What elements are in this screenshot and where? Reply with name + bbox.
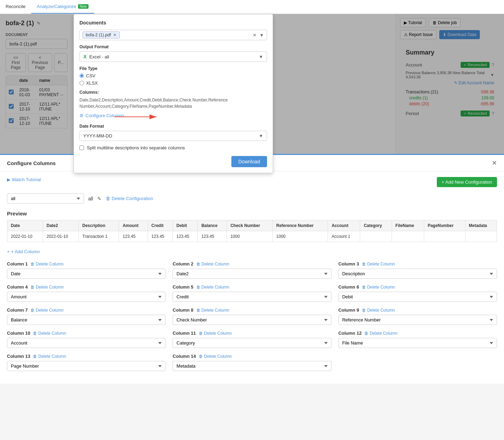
column-7-select[interactable]: Balance — [7, 315, 166, 325]
column-11-select[interactable]: Category — [173, 338, 331, 348]
column-7-delete[interactable]: 🗑 Delete Column — [30, 308, 63, 313]
column-9-delete[interactable]: 🗑 Delete Column — [362, 308, 395, 313]
column-4-item: Column 4 🗑 Delete Column Amount — [7, 284, 166, 302]
configuration-select[interactable]: all — [7, 193, 84, 204]
column-2-item: Column 2 🗑 Delete Column Date2 — [173, 261, 331, 279]
configure-columns-title: Configure Columns — [7, 160, 56, 166]
trash-icon-col2: 🗑 — [196, 262, 201, 267]
close-configure-button[interactable]: ✕ — [492, 159, 497, 167]
new-badge: New — [78, 4, 89, 9]
trash-icon-col6: 🗑 — [362, 285, 366, 290]
preview-col-reference-number: Reference Number — [273, 220, 328, 231]
clear-docs-icon[interactable]: ✕ — [253, 33, 257, 38]
column-9-select[interactable]: Reference Number — [338, 315, 497, 325]
column-10-delete[interactable]: 🗑 Delete Column — [33, 331, 66, 336]
preview-col-check-number: Check Number — [227, 220, 273, 231]
preview-col-debit: Debit — [173, 220, 198, 231]
tab-reconcile[interactable]: Reconcile — [0, 0, 31, 14]
column-14-select[interactable]: Metadata — [173, 361, 331, 371]
column-8-label: Column 8 — [173, 307, 193, 313]
preview-col-description: Description — [79, 220, 119, 231]
trash-icon-col4: 🗑 — [30, 285, 35, 290]
column-8-select[interactable]: Check Number — [173, 315, 331, 325]
column-13-item: Column 13 🗑 Delete Column Page Number — [7, 354, 166, 371]
column-12-select[interactable]: File Name — [338, 338, 497, 348]
trash-icon-col10: 🗑 — [33, 331, 37, 336]
column-8-delete[interactable]: 🗑 Delete Column — [196, 308, 229, 313]
column-2-delete[interactable]: 🗑 Delete Column — [196, 262, 229, 267]
output-format-chevron: ▼ — [259, 54, 263, 59]
column-6-select[interactable]: Debit — [338, 292, 497, 302]
columns-section: Columns: Date,Date2,Description,Amount,C… — [79, 90, 267, 120]
split-multiline-input[interactable] — [79, 146, 84, 150]
trash-icon-col11: 🗑 — [199, 331, 203, 336]
output-format-select[interactable]: X Excel - all ▼ — [79, 51, 267, 62]
column-11-delete[interactable]: 🗑 Delete Column — [199, 331, 232, 336]
column-5-label: Column 5 — [173, 284, 193, 290]
xlsx-option[interactable]: XLSX — [79, 80, 267, 86]
edit-config-icon[interactable]: ✎ — [97, 196, 102, 201]
dropdown-docs-icon[interactable]: ▼ — [259, 33, 264, 38]
column-1-label: Column 1 — [7, 261, 28, 267]
preview-col-pagenumber: PageNumber — [424, 220, 465, 231]
preview-col-metadata: Metadata — [465, 220, 497, 231]
column-9-item: Column 9 🗑 Delete Column Reference Numbe… — [338, 307, 497, 325]
column-1-select[interactable]: Date — [7, 269, 166, 279]
preview-col-credit: Credit — [148, 220, 173, 231]
delete-configuration-link[interactable]: 🗑 Delete Configuration — [106, 196, 153, 201]
trash-icon-col5: 🗑 — [196, 285, 201, 290]
column-9-label: Column 9 — [338, 307, 359, 313]
column-5-select[interactable]: Credit — [173, 292, 331, 302]
column-11-label: Column 11 — [173, 331, 196, 336]
column-1-delete[interactable]: 🗑 Delete Column — [30, 262, 63, 267]
column-2-select[interactable]: Date2 — [173, 269, 331, 279]
column-13-label: Column 13 — [7, 354, 30, 359]
column-3-select[interactable]: Description — [338, 269, 497, 279]
watch-tutorial-link[interactable]: ▶ Watch Tutorial — [7, 177, 41, 182]
column-3-delete[interactable]: 🗑 Delete Column — [362, 262, 395, 267]
column-13-select[interactable]: Page Number — [7, 361, 166, 371]
column-5-delete[interactable]: 🗑 Delete Column — [196, 285, 229, 290]
trash-icon-col7: 🗑 — [30, 308, 35, 313]
trash-icon-col14: 🗑 — [199, 354, 203, 359]
preview-col-amount: Amount — [119, 220, 148, 231]
tab-analyze-categorize[interactable]: Analyze/Categorize New — [31, 0, 94, 14]
trash-icon-col8: 🗑 — [196, 308, 201, 313]
preview-col-filename: FileName — [392, 220, 424, 231]
column-7-item: Column 7 🗑 Delete Column Balance — [7, 307, 166, 325]
column-6-delete[interactable]: 🗑 Delete Column — [362, 285, 395, 290]
download-modal-title: Documents — [79, 20, 267, 26]
column-14-label: Column 14 — [173, 354, 196, 359]
preview-section: Preview Date Date2 Description Amount Cr… — [7, 211, 497, 242]
download-modal: Documents bofa-2 (1).pdf ✕ ✕ ▼ Output Fo… — [74, 14, 273, 173]
column-1-item: Column 1 🗑 Delete Column Date — [7, 261, 166, 279]
column-12-label: Column 12 — [338, 331, 362, 336]
all-label: all — [88, 196, 93, 201]
column-14-delete[interactable]: 🗑 Delete Column — [199, 354, 232, 359]
csv-option[interactable]: CSV — [79, 73, 267, 78]
config-select-row: all all ✎ 🗑 Delete Configuration — [7, 193, 497, 204]
output-format-label: Output Format — [79, 44, 267, 49]
date-format-select[interactable]: YYYY-MM-DD ▼ — [79, 131, 267, 141]
column-13-delete[interactable]: 🗑 Delete Column — [33, 354, 66, 359]
columns-label: Columns: — [79, 90, 267, 95]
date-format-chevron: ▼ — [259, 133, 263, 139]
trash-icon-col1: 🗑 — [30, 262, 35, 267]
configure-columns-modal: Configure Columns ✕ ▶ Watch Tutorial + A… — [0, 154, 504, 384]
column-4-select[interactable]: Amount — [7, 292, 166, 302]
file-type-label: File Type — [79, 66, 267, 71]
add-new-config-button[interactable]: + Add New Configuration — [437, 177, 497, 187]
column-12-item: Column 12 🗑 Delete Column File Name — [338, 331, 497, 348]
split-multiline-checkbox[interactable]: Split multiline descriptions into separa… — [79, 145, 267, 150]
trash-icon-col13: 🗑 — [33, 354, 37, 359]
trash-icon-col3: 🗑 — [362, 262, 366, 267]
download-button[interactable]: Download — [231, 156, 267, 167]
column-4-delete[interactable]: 🗑 Delete Column — [30, 285, 63, 290]
play-icon: ▶ — [7, 177, 10, 182]
column-10-select[interactable]: Account — [7, 338, 166, 348]
gear-icon: ⚙ — [79, 113, 84, 118]
file-chip-close[interactable]: ✕ — [113, 33, 117, 37]
trash-icon-col9: 🗑 — [362, 308, 366, 313]
column-12-delete[interactable]: 🗑 Delete Column — [364, 331, 397, 336]
add-column-link[interactable]: + + Add Column — [7, 249, 40, 254]
